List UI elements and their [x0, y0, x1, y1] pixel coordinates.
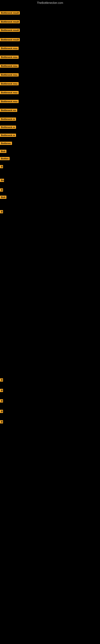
- bottleneck-badge-23: B: [0, 210, 3, 213]
- bottleneck-badge-2: Bottleneck result: [0, 20, 20, 23]
- bottleneck-badge-28: B: [0, 420, 3, 424]
- bottleneck-badge-11: Bottleneck resu: [0, 100, 19, 103]
- bottleneck-badge-6: Bottleneck resu: [0, 56, 19, 59]
- site-title: TheBottlenecker.com: [0, 0, 100, 6]
- bottleneck-badge-20: Bo: [0, 179, 4, 182]
- bottleneck-badge-13: Bottleneck re: [0, 118, 16, 121]
- bottleneck-badge-24: B: [0, 378, 3, 382]
- bottleneck-badge-17: Bott: [0, 150, 6, 153]
- bottleneck-badge-21: B: [0, 188, 3, 192]
- bottleneck-badge-1: Bottleneck result: [0, 11, 20, 14]
- bottleneck-badge-26: B: [0, 399, 3, 402]
- bottleneck-badge-9: Bottleneck resu: [0, 82, 19, 85]
- bottleneck-badge-12: Bottleneck res: [0, 109, 17, 112]
- bottleneck-badge-25: B: [0, 389, 3, 392]
- bottleneck-badge-27: B: [0, 410, 3, 413]
- bottleneck-badge-18: Bottlen: [0, 157, 10, 160]
- bottleneck-badge-5: Bottleneck resu: [0, 47, 19, 50]
- bottleneck-badge-16: Bottlenec: [0, 142, 12, 145]
- bottleneck-badge-4: Bottleneck result: [0, 38, 20, 41]
- bottleneck-badge-3: Bottleneck result: [0, 28, 20, 32]
- bottleneck-badge-19: B: [0, 165, 3, 168]
- bottleneck-badge-7: Bottleneck resu: [0, 64, 19, 68]
- bottleneck-badge-15: Bottleneck re: [0, 134, 16, 137]
- bottleneck-badge-22: Bott: [0, 196, 6, 199]
- bottleneck-badge-8: Bottleneck resu: [0, 73, 19, 76]
- bottleneck-badge-14: Bottleneck re: [0, 126, 16, 129]
- bottleneck-badge-10: Bottleneck resu: [0, 91, 19, 94]
